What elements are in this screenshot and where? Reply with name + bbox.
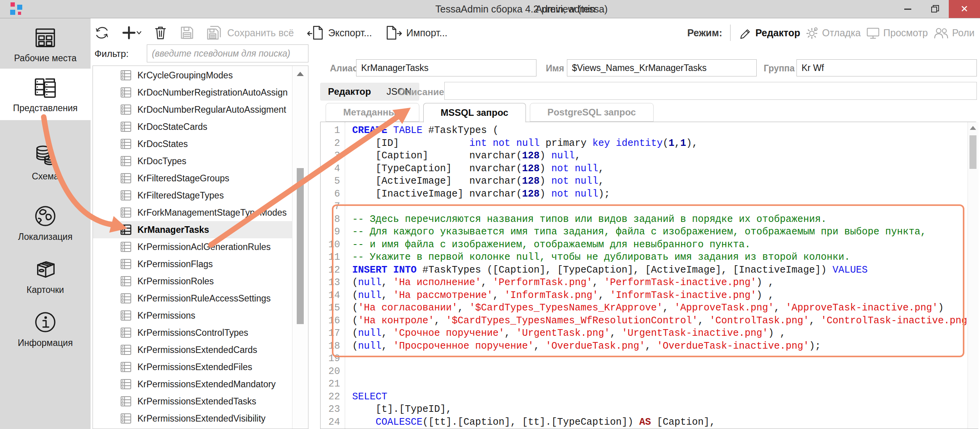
sidebar-item-schema[interactable]: Схема <box>0 135 91 190</box>
view-item-icon <box>120 172 132 184</box>
view-list-item[interactable]: KrPermissionsExtendedVisibility <box>93 410 293 427</box>
save-all-button[interactable] <box>205 25 223 41</box>
alias-input[interactable] <box>356 59 536 76</box>
mode-debug[interactable]: Отладка <box>806 26 861 39</box>
tab-postgresql-query[interactable]: PostgreSQL запрос <box>530 103 654 122</box>
save-all-label: Сохранить всё <box>227 27 294 39</box>
save-button[interactable] <box>179 25 195 41</box>
view-list-item[interactable]: KrPermissionsExtendedMandatory <box>93 376 293 393</box>
line-number-gutter: 1234567891011121314151617181920212223242… <box>321 122 345 429</box>
code-line: [InactiveImage] nvarchar(128) not null); <box>352 188 978 201</box>
code-area[interactable]: CREATE TABLE #TaskTypes ( [ID] int not n… <box>345 122 978 429</box>
view-list-item[interactable]: KrPermissionsExtendedFiles <box>93 358 293 376</box>
minimize-button[interactable] <box>894 0 921 18</box>
view-list-item[interactable]: KrPermissionsExtendedCards <box>93 341 293 358</box>
line-number: 9 <box>321 226 345 239</box>
mode-caption: Режим: <box>687 27 722 39</box>
schema-icon <box>33 144 57 168</box>
view-list-item[interactable]: KrPermissionRuleAccessSettings <box>93 290 293 307</box>
line-number: 14 <box>321 289 345 302</box>
view-item-label: KrPermissionsExtendedFiles <box>137 362 252 372</box>
export-button[interactable] <box>306 25 324 41</box>
line-number: 8 <box>321 213 345 226</box>
view-list-item[interactable]: KrDocTypes <box>93 152 293 170</box>
sidebar-item-information[interactable]: Информация <box>0 304 91 355</box>
mode-preview[interactable]: Просмотр <box>866 26 928 39</box>
tab-mssql-query[interactable]: MSSQL запрос <box>423 103 526 122</box>
code-line: INSERT INTO #TaskTypes ([Caption], [Type… <box>352 264 978 277</box>
mode-editor[interactable]: Редактор <box>739 26 800 39</box>
scrollbar-thumb[interactable] <box>297 168 304 324</box>
import-label[interactable]: Импорт... <box>406 27 447 39</box>
view-list-item[interactable]: KrDocStateCards <box>93 118 293 135</box>
tab-metadata[interactable]: Метаданные <box>326 103 419 122</box>
close-button[interactable]: ✕ <box>949 0 980 18</box>
view-list-item[interactable]: KrFilteredStageTypes <box>93 187 293 204</box>
name-input[interactable] <box>567 59 757 76</box>
pencil-icon <box>739 26 752 39</box>
description-input[interactable] <box>444 82 977 100</box>
sidebar-item-views[interactable]: Представления <box>0 69 91 120</box>
code-line: (null, 'Срочное поручение', 'UrgentTask.… <box>352 327 978 340</box>
line-number: 6 <box>321 188 345 201</box>
scroll-up-button[interactable] <box>292 69 308 78</box>
code-line: -- Укажите в первой колонке null, чтобы … <box>352 251 978 264</box>
restore-button[interactable] <box>921 0 949 18</box>
line-number: 15 <box>321 302 345 315</box>
view-list-item[interactable]: KrDocNumberRegistrationAutoAssign <box>93 84 293 101</box>
view-item-icon <box>120 310 132 321</box>
editor-scrollbar-thumb[interactable] <box>969 135 976 169</box>
code-line: ('На согласовании', '$CardTypes_TypesNam… <box>352 302 978 315</box>
mode-roles[interactable]: Роли <box>934 26 975 39</box>
line-number: 22 <box>321 391 345 404</box>
filter-input[interactable] <box>147 44 308 62</box>
views-icon <box>33 75 57 99</box>
code-line: -- и имя файла с изображением, отображае… <box>352 239 978 252</box>
view-list-item[interactable]: KrPermissionsControlTypes <box>93 324 293 341</box>
tab-label: MSSQL запрос <box>441 107 508 118</box>
delete-button[interactable] <box>152 25 169 41</box>
line-number: 7 <box>321 200 345 213</box>
gear-icon <box>806 26 819 39</box>
view-list-item[interactable]: KrPermissionAclGenerationRules <box>93 238 293 255</box>
mode-label: Роли <box>952 27 975 39</box>
view-list-item[interactable]: KrPermissionsExtendedTasks <box>93 393 293 410</box>
list-scrollbar[interactable] <box>292 66 308 429</box>
view-list-item[interactable]: KrManagerTasks <box>93 221 293 238</box>
code-line: -- Для каждого указывается имя типа зада… <box>352 226 978 239</box>
view-list-item[interactable]: KrFilteredStageGroups <box>93 170 293 187</box>
editor-scrollbar[interactable] <box>968 122 978 429</box>
group-input[interactable] <box>796 59 977 76</box>
sidebar-item-cards[interactable]: Карточки <box>0 251 91 301</box>
line-number: 24 <box>321 416 345 429</box>
export-label[interactable]: Экспорт... <box>328 27 372 39</box>
view-item-icon <box>120 258 132 270</box>
view-item-icon <box>120 155 132 167</box>
code-line: (null, 'На исполнение', 'PerformTask.png… <box>352 277 978 289</box>
subtab-editor[interactable]: Редактор <box>320 86 379 97</box>
line-number: 3 <box>321 150 345 163</box>
tab-label: Метаданные <box>343 107 402 118</box>
add-button[interactable] <box>120 25 142 41</box>
view-list-item[interactable]: KrPermissions <box>93 307 293 324</box>
view-item-icon <box>120 138 132 150</box>
refresh-button[interactable] <box>94 25 110 41</box>
line-number: 18 <box>321 340 345 353</box>
view-item-label: KrDocNumberRegistrationAutoAssign <box>137 87 288 98</box>
code-line <box>352 353 978 365</box>
view-list-item[interactable]: KrCycleGroupingModes <box>93 67 293 84</box>
view-list-item[interactable]: KrPermissionRoles <box>93 273 293 290</box>
line-number: 21 <box>321 378 345 391</box>
view-item-icon <box>120 361 132 373</box>
sidebar-item-localization[interactable]: Локализация <box>0 198 91 248</box>
view-list-item[interactable]: KrForkManagementStageTypeModes <box>93 204 293 221</box>
line-number: 12 <box>321 264 345 277</box>
import-button[interactable] <box>385 25 403 41</box>
sidebar-item-workplaces[interactable]: Рабочие места <box>0 21 91 67</box>
view-list-item[interactable]: KrDocNumberRegularAutoAssigment <box>93 101 293 118</box>
app-logo-icon <box>9 2 23 16</box>
triangle-up-icon <box>970 126 976 130</box>
view-list-item[interactable]: KrPermissionFlags <box>93 255 293 273</box>
view-list-item[interactable]: KrDocStates <box>93 135 293 152</box>
monitor-icon <box>866 26 880 39</box>
